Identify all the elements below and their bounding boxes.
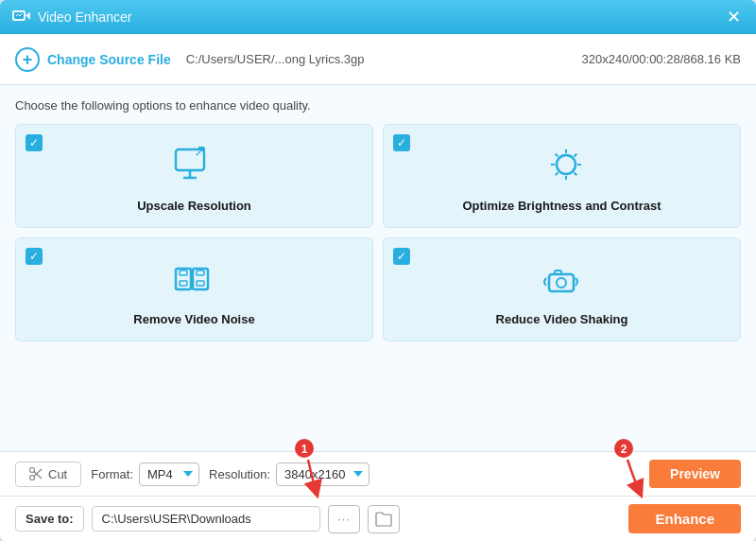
brightness-checkbox[interactable]: ✓	[393, 134, 410, 151]
folder-button[interactable]	[368, 505, 400, 533]
monitor-arrow-icon	[170, 142, 219, 191]
svg-point-9	[557, 155, 576, 174]
plus-circle-icon: +	[15, 47, 40, 72]
format-group: Format: MP4 AVI MOV MKV	[91, 462, 199, 486]
svg-point-27	[30, 476, 35, 480]
upscale-checkbox[interactable]: ✓	[26, 134, 43, 151]
source-toolbar: + Change Source File C:/Users/USER/...on…	[0, 34, 756, 85]
option-shaking[interactable]: ✓ Reduce Video Shaking	[383, 237, 741, 341]
svg-point-25	[557, 278, 566, 288]
svg-line-16	[555, 172, 558, 175]
upscale-label: Upscale Resolution	[137, 199, 251, 213]
enhance-button[interactable]: Enhance	[628, 504, 741, 533]
svg-marker-1	[26, 12, 30, 20]
save-path-input[interactable]	[92, 506, 320, 532]
scissors-icon	[29, 467, 43, 480]
file-path: C:/Users/USER/...ong Lyrics.3gp	[186, 52, 567, 66]
format-label: Format:	[91, 467, 133, 481]
svg-rect-26	[555, 270, 561, 274]
sun-icon	[538, 142, 587, 191]
close-button[interactable]: ✕	[722, 6, 745, 28]
option-upscale[interactable]: ✓ Upscale Resolution	[15, 124, 373, 228]
main-content: Choose the following options to enhance …	[0, 85, 756, 451]
option-brightness[interactable]: ✓ Optimize Brightness and Contrast	[383, 124, 741, 228]
save-to-label: Save to:	[15, 506, 84, 532]
preview-button[interactable]: Preview	[649, 460, 741, 488]
svg-rect-24	[549, 274, 574, 291]
svg-line-15	[574, 172, 576, 175]
resolution-select[interactable]: 3840x2160 1920x1080 1280x720	[276, 462, 369, 486]
cut-label: Cut	[48, 467, 67, 481]
brightness-label: Optimize Brightness and Contrast	[462, 199, 661, 213]
svg-rect-19	[180, 270, 187, 275]
change-source-button[interactable]: + Change Source File	[15, 47, 171, 72]
noise-label: Remove Video Noise	[133, 312, 254, 326]
resolution-group: Resolution: 3840x2160 1920x1080 1280x720	[209, 462, 369, 486]
resolution-label: Resolution:	[209, 467, 270, 481]
ellipsis-icon: ···	[337, 512, 351, 526]
shaking-label: Reduce Video Shaking	[496, 312, 628, 326]
change-source-label: Change Source File	[47, 52, 171, 67]
svg-rect-22	[197, 270, 204, 275]
camera-wave-icon	[538, 255, 587, 305]
option-noise[interactable]: ✓ Remove Video Noise	[15, 237, 373, 341]
save-bar-wrapper: 1 2 Save to: ···	[0, 496, 756, 541]
subtitle-text: Choose the following options to enhance …	[15, 98, 741, 113]
format-select[interactable]: MP4 AVI MOV MKV	[139, 462, 199, 486]
folder-icon	[375, 512, 392, 527]
options-grid: ✓ Upscale Resolution ✓	[15, 124, 741, 341]
cut-button[interactable]: Cut	[15, 462, 81, 487]
window-title: Video Enhancer	[38, 9, 722, 25]
bottom-toolbar: Cut Format: MP4 AVI MOV MKV Resolution: …	[0, 451, 756, 496]
app-icon	[11, 8, 30, 26]
film-icon	[170, 255, 219, 305]
svg-rect-23	[197, 281, 204, 286]
shaking-checkbox[interactable]: ✓	[393, 248, 410, 265]
svg-point-28	[30, 468, 35, 473]
file-meta: 320x240/00:00:28/868.16 KB	[582, 52, 741, 66]
noise-checkbox[interactable]: ✓	[26, 248, 43, 265]
svg-line-17	[574, 153, 576, 156]
svg-line-14	[555, 153, 558, 156]
svg-rect-20	[180, 281, 187, 286]
save-bar: Save to: ··· Enhance	[0, 496, 756, 541]
title-bar: Video Enhancer ✕	[0, 0, 756, 34]
browse-button[interactable]: ···	[328, 505, 360, 533]
app-window: Video Enhancer ✕ + Change Source File C:…	[0, 0, 756, 541]
